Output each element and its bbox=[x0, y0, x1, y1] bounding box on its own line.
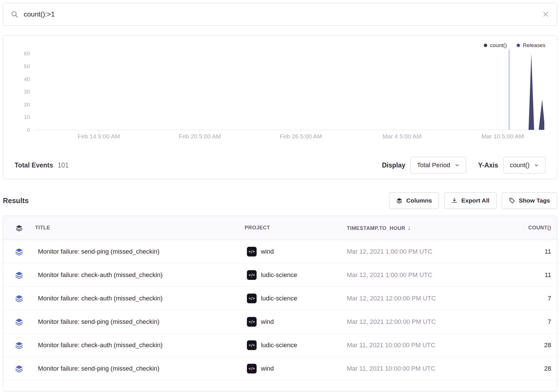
chevron-down-icon bbox=[534, 163, 539, 167]
export-all-button-label: Export All bbox=[461, 197, 489, 204]
total-events-label: Total Events bbox=[15, 161, 53, 169]
legend-item-releases[interactable]: Releases bbox=[517, 42, 545, 49]
project-name: wind bbox=[261, 248, 274, 255]
row-title[interactable]: Monitor failure: check-auth (missed_chec… bbox=[35, 342, 245, 349]
x-tick-mark bbox=[402, 130, 402, 132]
show-tags-button[interactable]: Show Tags bbox=[502, 192, 557, 209]
y-tick-label: 60 bbox=[14, 50, 30, 57]
header-count[interactable]: COUNT() bbox=[507, 225, 557, 231]
search-input[interactable]: count():>1 bbox=[24, 10, 55, 18]
x-tick-label: Feb 14 5:00 AM bbox=[78, 133, 120, 140]
layers-icon bbox=[3, 364, 35, 373]
count-series-area bbox=[36, 54, 544, 130]
table-row[interactable]: Monitor failure: send-ping (missed_check… bbox=[3, 357, 557, 380]
total-events-value: 101 bbox=[58, 161, 69, 169]
header-title[interactable]: TITLE bbox=[35, 225, 245, 231]
chevron-down-icon bbox=[455, 163, 460, 167]
layers-icon bbox=[3, 318, 35, 326]
sort-desc-icon: ↓ bbox=[408, 225, 411, 231]
columns-button[interactable]: Columns bbox=[389, 192, 439, 209]
x-tick-label: Mar 10 5:00 AM bbox=[482, 133, 524, 140]
code-badge-icon: </> bbox=[247, 294, 257, 303]
x-tick-mark bbox=[99, 130, 99, 132]
results-heading: Results bbox=[3, 197, 29, 205]
legend-item-count[interactable]: count() bbox=[484, 42, 507, 49]
row-count: 7 bbox=[507, 318, 557, 326]
row-title[interactable]: Monitor failure: check-auth (missed_chec… bbox=[35, 295, 245, 302]
header-timestamp[interactable]: TIMESTAMP.TO_HOUR↓ bbox=[347, 225, 507, 231]
display-dropdown[interactable]: Total Period bbox=[410, 157, 466, 173]
y-tick-label: 20 bbox=[14, 102, 30, 108]
layers-icon bbox=[3, 247, 35, 256]
y-tick-label: 0 bbox=[14, 127, 30, 133]
project-name: wind bbox=[261, 318, 274, 326]
export-all-button[interactable]: Export All bbox=[444, 192, 496, 209]
table-header-row: TITLE PROJECT TIMESTAMP.TO_HOUR↓ COUNT() bbox=[3, 216, 557, 240]
download-icon bbox=[451, 197, 458, 204]
show-tags-button-label: Show Tags bbox=[519, 197, 550, 204]
display-dropdown-value: Total Period bbox=[417, 161, 450, 169]
row-project: </> ludic-science bbox=[245, 294, 347, 303]
table-row[interactable]: Monitor failure: check-auth (missed_chec… bbox=[3, 287, 557, 310]
row-timestamp: Mar 12, 2021 1:00:00 PM UTC bbox=[347, 248, 507, 255]
results-table: TITLE PROJECT TIMESTAMP.TO_HOUR↓ COUNT()… bbox=[3, 216, 557, 391]
close-icon[interactable] bbox=[542, 11, 549, 18]
row-title[interactable]: Monitor failure: send-ping (missed_check… bbox=[35, 365, 245, 372]
x-tick-mark bbox=[503, 130, 503, 132]
search-icon bbox=[11, 10, 19, 18]
y-tick-label: 50 bbox=[14, 63, 30, 70]
search-bar[interactable]: count():>1 bbox=[3, 3, 557, 26]
y-axis-dropdown[interactable]: count() bbox=[503, 157, 545, 173]
y-tick-label: 30 bbox=[14, 89, 30, 95]
code-badge-icon: </> bbox=[247, 270, 257, 280]
row-count: 11 bbox=[507, 248, 557, 255]
project-name: wind bbox=[261, 365, 274, 372]
row-project: </> wind bbox=[245, 317, 347, 327]
legend-label: count() bbox=[490, 42, 507, 49]
x-tick-mark bbox=[301, 130, 301, 132]
columns-button-label: Columns bbox=[406, 197, 432, 204]
table-row[interactable]: Monitor failure: send-ping (missed_check… bbox=[3, 240, 557, 263]
total-events: Total Events 101 bbox=[15, 161, 69, 169]
legend-label: Releases bbox=[523, 42, 545, 49]
chart-area: 0102030405060 bbox=[14, 47, 544, 130]
project-name: ludic-science bbox=[261, 342, 297, 349]
results-bar: Results Columns Export All bbox=[3, 192, 557, 209]
display-label: Display bbox=[382, 161, 405, 169]
layers-icon bbox=[3, 271, 35, 279]
results-table-body: Monitor failure: send-ping (missed_check… bbox=[3, 240, 557, 380]
events-chart-panel: count() Releases 0102030405060 Feb 14 5:… bbox=[3, 35, 557, 179]
y-axis-labels: 0102030405060 bbox=[14, 47, 30, 130]
project-name: ludic-science bbox=[261, 271, 297, 279]
table-row[interactable]: Monitor failure: check-auth (missed_chec… bbox=[3, 334, 557, 357]
row-title[interactable]: Monitor failure: send-ping (missed_check… bbox=[35, 248, 245, 255]
chart-footer: Total Events 101 Display Total Period Y-… bbox=[3, 157, 557, 173]
tag-icon bbox=[509, 197, 515, 204]
y-axis-dropdown-value: count() bbox=[510, 161, 529, 169]
chart-legend: count() Releases bbox=[484, 42, 545, 49]
code-badge-icon: </> bbox=[247, 364, 257, 373]
y-tick-label: 40 bbox=[14, 76, 30, 82]
row-title[interactable]: Monitor failure: send-ping (missed_check… bbox=[35, 318, 245, 326]
row-project: </> ludic-science bbox=[245, 340, 347, 350]
table-row[interactable]: Monitor failure: check-auth (missed_chec… bbox=[3, 263, 557, 287]
stack-icon bbox=[3, 224, 35, 232]
x-tick-label: Feb 26 5:00 AM bbox=[280, 133, 322, 140]
row-timestamp: Mar 12, 2021 12:00:00 PM UTC bbox=[347, 295, 507, 302]
header-project[interactable]: PROJECT bbox=[245, 225, 347, 231]
code-badge-icon: </> bbox=[247, 340, 257, 350]
x-tick-mark bbox=[200, 130, 200, 132]
row-timestamp: Mar 12, 2021 1:00:00 PM UTC bbox=[347, 271, 507, 279]
y-tick-label: 10 bbox=[14, 114, 30, 120]
x-tick-label: Mar 4 5:00 AM bbox=[382, 133, 422, 140]
row-timestamp: Mar 11, 2021 10:00:00 PM UTC bbox=[347, 342, 507, 349]
project-name: ludic-science bbox=[261, 295, 297, 302]
table-filler bbox=[3, 380, 557, 391]
row-project: </> wind bbox=[245, 364, 347, 373]
legend-dot bbox=[484, 44, 487, 47]
code-badge-icon: </> bbox=[247, 317, 257, 327]
table-row[interactable]: Monitor failure: send-ping (missed_check… bbox=[3, 310, 557, 334]
row-count: 28 bbox=[507, 365, 557, 372]
code-badge-icon: </> bbox=[247, 247, 257, 256]
row-title[interactable]: Monitor failure: check-auth (missed_chec… bbox=[35, 271, 245, 279]
